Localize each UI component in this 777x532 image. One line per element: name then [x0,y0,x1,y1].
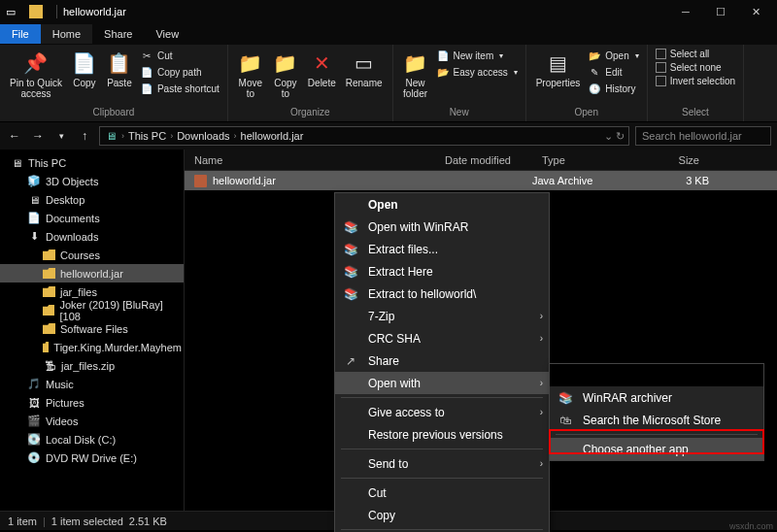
ctx-open[interactable]: Open [335,193,549,216]
copyto-button[interactable]: 📁Copy to [271,49,300,101]
ribbon: 📌Pin to Quick access 📄Copy 📋Paste ✂Cut 📄… [0,45,777,122]
maximize-button[interactable]: ☐ [703,0,738,23]
newfolder-icon: 📁 [403,50,428,76]
ctx-cut[interactable]: Cut [335,482,549,504]
winrar-icon: 📚 [556,390,575,406]
pin-icon: 📌 [23,50,49,76]
easyaccess-button[interactable]: 📂Easy access▾ [436,65,518,79]
pin-button[interactable]: 📌Pin to Quick access [8,49,64,101]
check-icon [656,49,666,59]
path-icon: 📄 [140,65,153,79]
ctx-giveaccess[interactable]: Give access to› [335,401,549,423]
tree-dvd[interactable]: 💿DVD RW Drive (E:) [0,449,184,467]
folder-icon [29,5,43,18]
tree-desktop[interactable]: 🖥Desktop [0,190,184,209]
context-menu: Open 📚Open with WinRAR 📚Extract files...… [334,192,550,532]
ctx-extract-to[interactable]: 📚Extract to helloworld\ [335,283,549,305]
delete-button[interactable]: ✕Delete [306,49,338,90]
sidebar: 🖥This PC 🧊3D Objects 🖥Desktop 📄Documents… [0,150,185,511]
tree-videos[interactable]: 🎬Videos [0,412,184,430]
back-button[interactable]: ← [6,127,23,145]
paste-shortcut-button[interactable]: 📄Paste shortcut [140,82,220,95]
edit-icon: ✎ [588,65,601,79]
ctx-share[interactable]: ↗Share [335,349,549,372]
folder-icon [43,286,55,297]
tree-localdisk[interactable]: 💽Local Disk (C:) [0,430,184,449]
forward-button[interactable]: → [29,127,47,145]
folder-icon [43,268,55,279]
winrar-icon: 📚 [341,219,360,235]
ctx-open-winrar[interactable]: 📚Open with WinRAR [335,216,549,238]
group-select: Select [682,105,709,117]
ctx-extract-here[interactable]: 📚Extract Here [335,260,549,283]
addressbar: ← → ▾ ↑ 🖥› This PC› Downloads› helloworl… [0,122,777,150]
selectnone-button[interactable]: Select none [656,62,735,73]
ctx-openwith[interactable]: Open with› [335,372,549,394]
ctx-copy[interactable]: Copy [335,504,549,526]
tree-pictures[interactable]: 🖼Pictures [0,393,184,412]
col-date: Date modified [435,154,532,166]
tree-courses[interactable]: Courses [0,246,184,264]
group-clipboard: Clipboard [93,105,135,117]
page-icon: ▭ [4,5,17,18]
newfolder-button[interactable]: 📁New folder [401,49,430,101]
tab-share[interactable]: Share [92,24,144,44]
ctx-restore[interactable]: Restore previous versions [335,423,549,446]
ctx-crc[interactable]: CRC SHA› [335,327,549,349]
group-new: New [450,105,469,117]
minimize-button[interactable]: ─ [668,0,703,23]
ctx2-choose-app[interactable]: Choose another app [550,438,763,460]
store-icon: 🛍 [556,413,575,428]
history-dropdown[interactable]: ▾ [52,127,70,145]
invertsel-button[interactable]: Invert selection [656,76,735,86]
tab-view[interactable]: View [144,24,190,44]
tree-softwarefiles[interactable]: Software Files [0,319,184,338]
selectall-button[interactable]: Select all [656,49,735,59]
col-size: Size [641,154,709,166]
window-title: helloworld.jar [63,6,126,17]
winrar-icon: 📚 [341,264,360,280]
up-button[interactable]: ↑ [76,127,93,145]
moveto-button[interactable]: 📁Move to [236,49,265,101]
tab-home[interactable]: Home [41,24,92,44]
edit-button[interactable]: ✎Edit [588,65,638,79]
ctx2-store[interactable]: 🛍Search the Microsoft Store [550,409,763,431]
history-button[interactable]: 🕒History [588,82,638,95]
delete-icon: ✕ [309,50,334,76]
history-icon: 🕒 [588,82,601,95]
close-button[interactable]: ✕ [738,0,773,23]
tree-music[interactable]: 🎵Music [0,375,184,393]
file-row[interactable]: helloworld.jar Java Archive 3 KB [185,171,777,190]
tree-joker[interactable]: Joker (2019) [BluRay] [108 [0,301,184,319]
column-headers[interactable]: Name Date modified Type Size [185,150,777,171]
tree-thispc[interactable]: 🖥This PC [0,153,184,172]
breadcrumb[interactable]: 🖥› This PC› Downloads› helloworld.jar ⌄ … [99,126,629,146]
folder-icon [43,305,54,316]
shortcut-icon: 📄 [140,82,153,95]
tab-file[interactable]: File [0,24,41,44]
ctx-sendto[interactable]: Send to› [335,452,549,475]
ctx2-black[interactable] [550,364,763,386]
search-input[interactable]: Search helloworld.jar [635,126,771,146]
folder-icon [43,342,49,352]
rename-button[interactable]: ▭Rename [344,49,385,90]
ctx-extract-files[interactable]: 📚Extract files... [335,238,549,260]
folder-icon [43,249,55,260]
ctx-7zip[interactable]: 7-Zip› [335,305,549,327]
winrar-icon: 📚 [341,286,360,302]
properties-button[interactable]: ▤Properties [534,49,583,90]
newitem-button[interactable]: 📄New item▾ [436,49,518,62]
tree-documents[interactable]: 📄Documents [0,209,184,227]
moveto-icon: 📁 [238,50,263,76]
tree-helloworld[interactable]: helloworld.jar [0,264,184,283]
tree-jarfileszip[interactable]: 🗜jar_files.zip [0,356,184,375]
tree-3dobjects[interactable]: 🧊3D Objects [0,172,184,190]
ctx2-winrar[interactable]: 📚WinRAR archiver [550,386,763,409]
open-button[interactable]: 📂Open▾ [588,49,638,62]
copy-button[interactable]: 📄Copy [70,49,99,90]
cut-button[interactable]: ✂Cut [140,49,220,62]
tree-tigerking[interactable]: Tiger.King.Murder.Mayhem [0,338,184,356]
paste-button[interactable]: 📋Paste [105,49,134,90]
copypath-button[interactable]: 📄Copy path [140,65,220,79]
tree-downloads[interactable]: ⬇Downloads [0,227,184,246]
